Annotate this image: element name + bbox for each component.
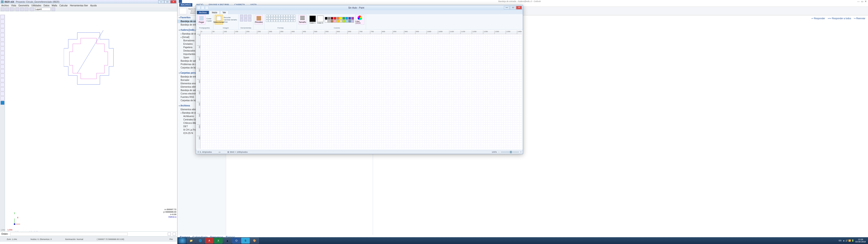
shape-button[interactable] xyxy=(293,20,296,22)
shape-button[interactable] xyxy=(288,20,290,22)
iber-titlebar[interactable]: IBER x64 Proyecto: Circulo_Georreferenci… xyxy=(0,0,177,4)
outlook-min-button[interactable]: — xyxy=(857,0,860,3)
shape-button[interactable] xyxy=(276,20,278,22)
reply-button[interactable]: ↩ Responder xyxy=(811,17,825,20)
side-tool[interactable] xyxy=(0,69,4,73)
shape-button[interactable] xyxy=(291,20,293,22)
shape-button[interactable] xyxy=(268,20,271,22)
new-mail-button[interactable] xyxy=(179,8,187,14)
side-tool[interactable] xyxy=(0,28,4,33)
paint-drawing-sheet[interactable] xyxy=(200,34,522,149)
edit-colors-button[interactable]: Editar colores xyxy=(355,15,364,25)
palette-swatch[interactable] xyxy=(328,20,331,23)
zoom-slider[interactable] xyxy=(501,152,519,152)
taskbar-app-skype[interactable]: S xyxy=(241,238,250,244)
color1-swatch[interactable] xyxy=(309,16,316,22)
shape-button[interactable] xyxy=(271,15,273,17)
iber-menu-item[interactable]: Utilidades xyxy=(31,4,41,7)
palette-swatch[interactable] xyxy=(331,17,333,20)
iber-max-button[interactable]: ▭ xyxy=(164,0,170,3)
side-tool[interactable] xyxy=(0,56,4,60)
side-tool[interactable] xyxy=(0,60,4,64)
shape-button[interactable] xyxy=(276,15,278,17)
outlook-close-button[interactable]: ✕ xyxy=(865,0,867,3)
palette-swatch[interactable] xyxy=(342,20,345,23)
shape-button[interactable] xyxy=(273,15,276,17)
cmd-input[interactable] xyxy=(10,233,128,236)
palette-swatch[interactable] xyxy=(337,17,339,20)
iber-canvas[interactable]: y x x=300007.72 y=5999998.00 z=0.00 metr… xyxy=(5,14,177,231)
iber-menu-item[interactable]: Ayuda xyxy=(90,4,96,7)
palette-swatch[interactable] xyxy=(334,20,336,23)
rotate-button[interactable]: Girar xyxy=(224,21,237,23)
side-tool[interactable] xyxy=(0,78,4,82)
taskbar-app-chrome[interactable]: 🌐 xyxy=(196,238,205,244)
shape-button[interactable] xyxy=(291,15,293,17)
shape-button[interactable] xyxy=(283,20,285,22)
shape-button[interactable] xyxy=(291,17,293,20)
side-tool[interactable] xyxy=(0,33,4,37)
shape-button[interactable] xyxy=(283,15,285,17)
taskbar-app-generic[interactable]: ▲ xyxy=(223,238,232,244)
palette-swatch[interactable] xyxy=(348,20,351,23)
iber-menu-item[interactable]: Herramientas Iber xyxy=(70,4,88,7)
iber-menu-item[interactable]: Calcular xyxy=(59,4,68,7)
toolbar-button[interactable] xyxy=(20,7,24,11)
tray-clock[interactable]: 13:28 03-09-2018 xyxy=(855,238,866,243)
iber-menu-item[interactable]: Malla xyxy=(52,4,57,7)
paint-min-button[interactable]: — xyxy=(504,6,510,9)
shape-button[interactable] xyxy=(278,17,281,20)
iber-menu-item[interactable]: Datos xyxy=(43,4,50,7)
cmd-option-button[interactable] xyxy=(173,233,176,236)
palette-swatch[interactable] xyxy=(340,20,342,23)
side-tool[interactable] xyxy=(0,20,4,24)
toolbar-button[interactable] xyxy=(5,7,9,11)
taskbar-app-pdf[interactable]: A xyxy=(205,238,214,244)
shape-button[interactable] xyxy=(266,17,268,20)
palette-swatch[interactable] xyxy=(325,20,328,23)
text-icon[interactable] xyxy=(248,15,251,18)
shape-button[interactable] xyxy=(288,17,290,20)
taskbar-app-outlook[interactable]: O xyxy=(232,238,241,244)
palette-swatch[interactable] xyxy=(348,17,351,20)
iber-menu-item[interactable]: Vista xyxy=(11,4,16,7)
shape-button[interactable] xyxy=(273,20,276,22)
shape-button[interactable] xyxy=(278,15,281,17)
toolbar-button[interactable] xyxy=(1,7,4,11)
qat-undo-icon[interactable] xyxy=(201,6,205,9)
size-button[interactable]: Tamaño xyxy=(298,15,307,25)
side-tool[interactable] xyxy=(0,65,4,69)
shape-button[interactable] xyxy=(273,17,276,20)
palette-swatch[interactable] xyxy=(351,17,354,20)
tab-archivo[interactable]: ARCHIVO xyxy=(179,3,192,6)
cmd-option-button[interactable] xyxy=(168,233,171,236)
tab-inicio[interactable]: Inicio xyxy=(209,11,219,14)
side-tool-active[interactable] xyxy=(0,101,4,105)
shape-button[interactable] xyxy=(268,17,271,20)
shape-button[interactable] xyxy=(281,15,283,17)
iber-min-button[interactable]: — xyxy=(158,0,164,3)
paint-max-button[interactable]: ▭ xyxy=(510,6,516,9)
shape-button[interactable] xyxy=(281,17,283,20)
forward-button[interactable]: ↪ Reenviar xyxy=(854,17,865,20)
zoom-in-button[interactable]: + xyxy=(520,151,522,153)
toolbar-button[interactable] xyxy=(25,7,28,11)
palette-swatch[interactable] xyxy=(334,17,336,20)
color2-swatch[interactable] xyxy=(317,16,323,22)
brushes-button[interactable]: Pinceles xyxy=(255,15,263,25)
tray-icons[interactable]: ▲ 🔊 📶 🔋 xyxy=(843,240,854,242)
crop-button[interactable]: Recortar xyxy=(224,17,237,19)
palette-swatch[interactable] xyxy=(331,20,333,23)
shape-button[interactable] xyxy=(286,20,288,22)
paint-canvas-area[interactable]: 0501001502002503003504004505005506006507… xyxy=(197,30,522,149)
toolbar-button[interactable] xyxy=(16,7,19,11)
side-tool[interactable] xyxy=(0,92,4,96)
shape-button[interactable] xyxy=(288,15,290,17)
iber-close-button[interactable]: ✕ xyxy=(170,0,176,3)
tab-ver[interactable]: Ver xyxy=(220,11,228,14)
tab-archivo[interactable]: Archivo xyxy=(197,11,209,14)
taskbar-app-excel[interactable]: X xyxy=(214,238,223,244)
palette-swatch[interactable] xyxy=(342,17,345,20)
paint-close-button[interactable]: ✕ xyxy=(516,6,522,9)
outlook-max-button[interactable]: ▭ xyxy=(861,0,863,3)
